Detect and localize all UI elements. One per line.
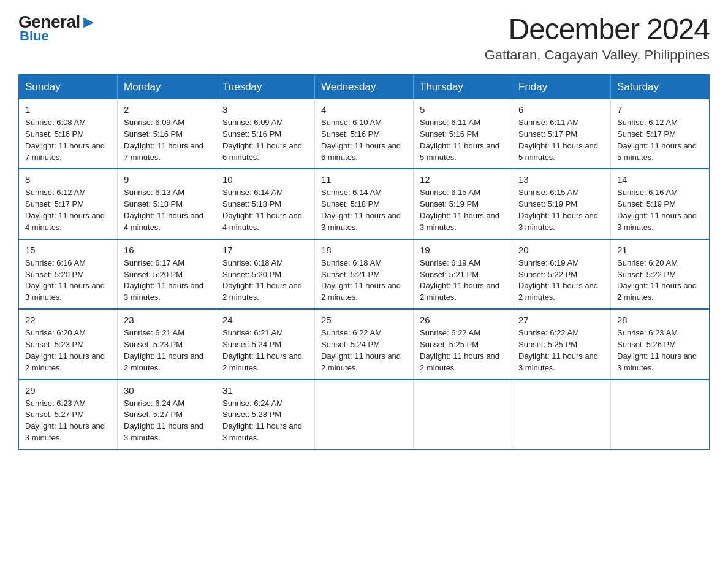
calendar-cell: 29 Sunrise: 6:23 AM Sunset: 5:27 PM Dayl… [19,380,118,450]
day-number: 11 [321,174,407,185]
day-number: 28 [617,315,703,325]
day-number: 5 [420,104,506,115]
calendar-day-header: Tuesday [216,75,315,100]
calendar-cell: 21 Sunrise: 6:20 AM Sunset: 5:22 PM Dayl… [611,239,710,309]
day-info: Sunrise: 6:16 AM Sunset: 5:19 PM Dayligh… [617,187,703,233]
day-number: 12 [420,174,506,185]
calendar-cell [611,380,710,450]
main-title: December 2024 [485,12,710,46]
day-info: Sunrise: 6:12 AM Sunset: 5:17 PM Dayligh… [617,117,703,163]
calendar-cell: 8 Sunrise: 6:12 AM Sunset: 5:17 PM Dayli… [19,169,118,239]
day-info: Sunrise: 6:11 AM Sunset: 5:17 PM Dayligh… [518,117,604,163]
calendar-cell: 16 Sunrise: 6:17 AM Sunset: 5:20 PM Dayl… [118,239,216,309]
day-number: 7 [617,104,703,115]
calendar-day-header: Monday [118,75,216,100]
day-number: 22 [25,315,111,325]
day-info: Sunrise: 6:18 AM Sunset: 5:20 PM Dayligh… [222,258,308,304]
day-number: 23 [124,315,210,325]
calendar-cell: 4 Sunrise: 6:10 AM Sunset: 5:16 PM Dayli… [315,99,414,169]
day-number: 20 [518,245,604,255]
calendar-cell: 28 Sunrise: 6:23 AM Sunset: 5:26 PM Dayl… [611,309,710,379]
calendar-table: SundayMondayTuesdayWednesdayThursdayFrid… [18,74,710,450]
calendar-cell [512,380,611,450]
calendar-cell: 3 Sunrise: 6:09 AM Sunset: 5:16 PM Dayli… [216,99,315,169]
calendar-day-header: Sunday [19,75,118,100]
day-info: Sunrise: 6:22 AM Sunset: 5:24 PM Dayligh… [321,327,407,373]
day-number: 25 [321,315,407,325]
calendar-cell: 10 Sunrise: 6:14 AM Sunset: 5:18 PM Dayl… [216,169,315,239]
day-number: 8 [25,174,111,185]
day-info: Sunrise: 6:21 AM Sunset: 5:23 PM Dayligh… [124,327,210,373]
day-info: Sunrise: 6:11 AM Sunset: 5:16 PM Dayligh… [420,117,506,163]
calendar-cell: 9 Sunrise: 6:13 AM Sunset: 5:18 PM Dayli… [118,169,216,239]
calendar-week-row: 22 Sunrise: 6:20 AM Sunset: 5:23 PM Dayl… [19,309,710,379]
day-info: Sunrise: 6:09 AM Sunset: 5:16 PM Dayligh… [124,117,210,163]
day-number: 19 [420,245,506,255]
day-number: 1 [25,104,111,115]
logo-blue-text: Blue [20,28,49,44]
calendar-cell: 18 Sunrise: 6:18 AM Sunset: 5:21 PM Dayl… [315,239,414,309]
subtitle: Gattaran, Cagayan Valley, Philippines [485,47,710,63]
calendar-cell: 25 Sunrise: 6:22 AM Sunset: 5:24 PM Dayl… [315,309,414,379]
calendar-day-header: Thursday [414,75,512,100]
calendar-cell: 5 Sunrise: 6:11 AM Sunset: 5:16 PM Dayli… [414,99,512,169]
day-info: Sunrise: 6:22 AM Sunset: 5:25 PM Dayligh… [420,327,506,373]
day-info: Sunrise: 6:09 AM Sunset: 5:16 PM Dayligh… [222,117,308,163]
title-block: December 2024 Gattaran, Cagayan Valley, … [485,12,710,63]
day-number: 3 [222,104,308,115]
calendar-cell: 23 Sunrise: 6:21 AM Sunset: 5:23 PM Dayl… [118,309,216,379]
calendar-cell: 31 Sunrise: 6:24 AM Sunset: 5:28 PM Dayl… [216,380,315,450]
day-info: Sunrise: 6:19 AM Sunset: 5:22 PM Dayligh… [518,258,604,304]
calendar-cell: 15 Sunrise: 6:16 AM Sunset: 5:20 PM Dayl… [19,239,118,309]
day-number: 21 [617,245,703,255]
calendar-cell: 20 Sunrise: 6:19 AM Sunset: 5:22 PM Dayl… [512,239,611,309]
day-number: 15 [25,245,111,255]
day-number: 16 [124,245,210,255]
calendar-week-row: 1 Sunrise: 6:08 AM Sunset: 5:16 PM Dayli… [19,99,710,169]
calendar-cell: 30 Sunrise: 6:24 AM Sunset: 5:27 PM Dayl… [118,380,216,450]
day-number: 27 [518,315,604,325]
day-number: 24 [222,315,308,325]
page-header: General► Blue December 2024 Gattaran, Ca… [18,12,710,63]
day-info: Sunrise: 6:24 AM Sunset: 5:27 PM Dayligh… [124,398,210,444]
day-info: Sunrise: 6:21 AM Sunset: 5:24 PM Dayligh… [222,327,308,373]
calendar-header-row: SundayMondayTuesdayWednesdayThursdayFrid… [19,75,710,100]
calendar-cell: 19 Sunrise: 6:19 AM Sunset: 5:21 PM Dayl… [414,239,512,309]
calendar-cell: 22 Sunrise: 6:20 AM Sunset: 5:23 PM Dayl… [19,309,118,379]
day-number: 4 [321,104,407,115]
calendar-cell: 7 Sunrise: 6:12 AM Sunset: 5:17 PM Dayli… [611,99,710,169]
day-number: 17 [222,245,308,255]
calendar-cell: 2 Sunrise: 6:09 AM Sunset: 5:16 PM Dayli… [118,99,216,169]
day-info: Sunrise: 6:15 AM Sunset: 5:19 PM Dayligh… [420,187,506,233]
calendar-cell: 6 Sunrise: 6:11 AM Sunset: 5:17 PM Dayli… [512,99,611,169]
day-info: Sunrise: 6:20 AM Sunset: 5:23 PM Dayligh… [25,327,111,373]
day-number: 29 [25,385,111,396]
calendar-day-header: Saturday [611,75,710,100]
day-number: 26 [420,315,506,325]
day-info: Sunrise: 6:14 AM Sunset: 5:18 PM Dayligh… [222,187,308,233]
day-info: Sunrise: 6:16 AM Sunset: 5:20 PM Dayligh… [25,258,111,304]
day-number: 31 [222,385,308,396]
day-info: Sunrise: 6:18 AM Sunset: 5:21 PM Dayligh… [321,258,407,304]
day-number: 9 [124,174,210,185]
day-info: Sunrise: 6:24 AM Sunset: 5:28 PM Dayligh… [222,398,308,444]
day-info: Sunrise: 6:10 AM Sunset: 5:16 PM Dayligh… [321,117,407,163]
calendar-cell: 17 Sunrise: 6:18 AM Sunset: 5:20 PM Dayl… [216,239,315,309]
day-info: Sunrise: 6:23 AM Sunset: 5:26 PM Dayligh… [617,327,703,373]
day-info: Sunrise: 6:14 AM Sunset: 5:18 PM Dayligh… [321,187,407,233]
calendar-day-header: Wednesday [315,75,414,100]
calendar-cell: 14 Sunrise: 6:16 AM Sunset: 5:19 PM Dayl… [611,169,710,239]
calendar-cell [414,380,512,450]
day-info: Sunrise: 6:13 AM Sunset: 5:18 PM Dayligh… [124,187,210,233]
day-info: Sunrise: 6:19 AM Sunset: 5:21 PM Dayligh… [420,258,506,304]
day-number: 13 [518,174,604,185]
calendar-cell: 13 Sunrise: 6:15 AM Sunset: 5:19 PM Dayl… [512,169,611,239]
day-number: 30 [124,385,210,396]
day-number: 18 [321,245,407,255]
calendar-week-row: 15 Sunrise: 6:16 AM Sunset: 5:20 PM Dayl… [19,239,710,309]
calendar-cell: 24 Sunrise: 6:21 AM Sunset: 5:24 PM Dayl… [216,309,315,379]
day-info: Sunrise: 6:15 AM Sunset: 5:19 PM Dayligh… [518,187,604,233]
calendar-cell: 12 Sunrise: 6:15 AM Sunset: 5:19 PM Dayl… [414,169,512,239]
calendar-day-header: Friday [512,75,611,100]
calendar-week-row: 29 Sunrise: 6:23 AM Sunset: 5:27 PM Dayl… [19,380,710,450]
